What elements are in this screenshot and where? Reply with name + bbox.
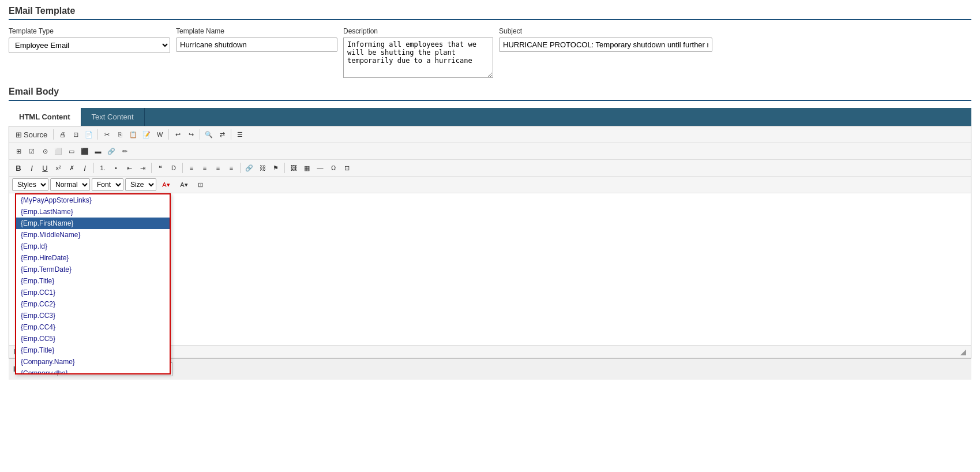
checkbox-btn[interactable]: ☑ [25, 145, 38, 158]
create-div-btn[interactable]: D [167, 162, 180, 174]
undo-btn[interactable]: ↩ [171, 128, 184, 141]
anchor-btn[interactable]: ⚑ [269, 162, 282, 174]
field-dropdown-overlay: {MyPayAppStoreLinks}{Emp.LastName}{Emp.F… [15, 193, 171, 374]
tab-html-content[interactable]: HTML Content [9, 108, 81, 126]
align-justify-btn[interactable]: ≡ [225, 162, 238, 174]
template-name-label: Template Name [176, 27, 337, 35]
subject-group: Subject [499, 27, 712, 52]
tabs-bar: HTML Content Text Content [9, 108, 971, 126]
email-body-section: Email Body HTML Content Text Content ⊞ S… [9, 87, 971, 380]
align-left-btn[interactable]: ≡ [185, 162, 198, 174]
field-dropdown-item[interactable]: {Company.Name} [16, 356, 170, 368]
hidden-field-btn[interactable]: ▬ [92, 145, 104, 158]
toolbar-row-3: B I U x² ✗ I 1. • ⇤ ⇥ ❝ D ≡ ≡ ≡ ≡ 🔗 [9, 160, 971, 177]
image-btn[interactable]: 🖼 [287, 162, 300, 174]
copy-btn[interactable]: ⎘ [114, 128, 126, 141]
ordered-list-btn[interactable]: 1. [96, 162, 109, 174]
insert-table-btn[interactable]: ⊞ [12, 145, 25, 158]
description-group: Description Informing all employees that… [343, 27, 493, 78]
format-bar: Styles Normal Font Size A▾ A▾ ⊡ [9, 177, 971, 193]
table2-btn[interactable]: ▦ [301, 162, 313, 174]
field-dropdown-item[interactable]: {Emp.MiddleName} [16, 229, 170, 241]
bg-color-btn[interactable]: A▾ [176, 178, 192, 191]
template-type-group: Template Type Employee Email [9, 27, 170, 53]
sep-1 [53, 129, 54, 140]
more-btn[interactable]: ⊡ [194, 178, 206, 191]
special-char-btn[interactable]: Ω [327, 162, 340, 174]
paste-word-btn[interactable]: W [153, 128, 166, 141]
bold-button[interactable]: B [12, 162, 25, 174]
select-btn[interactable]: ⬛ [78, 145, 91, 158]
pencil-btn[interactable]: ✏ [118, 145, 131, 158]
cut-btn[interactable]: ✂ [100, 128, 113, 141]
paste-btn[interactable]: 📋 [127, 128, 140, 141]
superscript-btn[interactable]: x² [52, 162, 65, 174]
input-field-btn[interactable]: ⬜ [52, 145, 65, 158]
horiz-rule-btn[interactable]: — [314, 162, 326, 174]
resize-handle[interactable]: ◢ [960, 347, 966, 356]
field-dropdown-item[interactable]: {Company.dba} [16, 368, 170, 373]
radio-btn[interactable]: ⊙ [39, 145, 51, 158]
field-dropdown-item[interactable]: {Emp.Title} [16, 275, 170, 287]
underline-button[interactable]: U [39, 162, 51, 174]
preview-btn[interactable]: ⊡ [69, 128, 82, 141]
description-label: Description [343, 27, 493, 35]
field-dropdown-item[interactable]: {Emp.LastName} [16, 206, 170, 218]
unordered-list-btn[interactable]: • [110, 162, 122, 174]
link-btn[interactable]: 🔗 [105, 145, 118, 158]
unlink-btn[interactable]: ⛓ [256, 162, 269, 174]
sep-7 [151, 163, 152, 173]
field-dropdown-item[interactable]: {Emp.CC2} [16, 298, 170, 310]
styles-select[interactable]: Styles [12, 178, 48, 191]
find-btn[interactable]: 🔍 [202, 128, 215, 141]
indent-btn[interactable]: ⇥ [136, 162, 149, 174]
align-center-btn[interactable]: ≡ [198, 162, 211, 174]
subject-input[interactable] [499, 38, 712, 52]
template-type-label: Template Type [9, 27, 170, 35]
sep-9 [240, 163, 241, 173]
template-name-input[interactable] [176, 38, 337, 52]
toolbar-row-1: ⊞ Source 🖨 ⊡ 📄 ✂ ⎘ 📋 📝 W ↩ ↪ 🔍 ⇄ [9, 126, 971, 143]
outdent-btn[interactable]: ⇤ [123, 162, 136, 174]
source-button[interactable]: ⊞ Source [12, 129, 51, 141]
description-textarea[interactable]: Informing all employees that we will be … [343, 38, 493, 78]
iframe-btn[interactable]: ⊡ [340, 162, 353, 174]
field-dropdown-item[interactable]: {MyPayAppStoreLinks} [16, 194, 170, 206]
field-dropdown-item[interactable]: {Emp.HireDate} [16, 252, 170, 264]
form-row: Template Type Employee Email Template Na… [9, 27, 971, 78]
templates-btn[interactable]: 📄 [82, 128, 95, 141]
field-dropdown-item[interactable]: {Emp.CC3} [16, 310, 170, 321]
redo-btn[interactable]: ↪ [185, 128, 197, 141]
field-dropdown-item[interactable]: {Emp.CC5} [16, 333, 170, 344]
align-right-btn[interactable]: ≡ [212, 162, 224, 174]
template-type-select[interactable]: Employee Email [9, 38, 170, 53]
tab-text-content[interactable]: Text Content [81, 108, 145, 126]
sep-10 [284, 163, 285, 173]
editor-body[interactable]: {MyPayAppStoreLinks}{Emp.LastName}{Emp.F… [9, 193, 971, 345]
field-dropdown-item[interactable]: {Emp.FirstName} [16, 218, 170, 229]
normal-select[interactable]: Normal [50, 178, 90, 191]
textarea-btn[interactable]: ▭ [65, 145, 78, 158]
field-dropdown-item[interactable]: {Emp.Id} [16, 241, 170, 252]
blockquote-btn[interactable]: ❝ [154, 162, 167, 174]
size-select[interactable]: Size [125, 178, 156, 191]
paste-text-btn[interactable]: 📝 [140, 128, 153, 141]
field-dropdown-item[interactable]: {Emp.CC1} [16, 287, 170, 298]
font-select[interactable]: Font [92, 178, 123, 191]
page-title: EMail Template [9, 6, 971, 20]
italic2-btn[interactable]: I [78, 162, 91, 174]
field-dropdown-item[interactable]: {Emp.TermDate} [16, 264, 170, 275]
print-btn[interactable]: 🖨 [56, 128, 69, 141]
select-all-btn[interactable]: ☰ [234, 128, 246, 141]
italic-button[interactable]: I [25, 162, 38, 174]
toolbar-row-2: ⊞ ☑ ⊙ ⬜ ▭ ⬛ ▬ 🔗 ✏ [9, 143, 971, 160]
font-color-btn[interactable]: A▾ [158, 178, 174, 191]
replace-btn[interactable]: ⇄ [216, 128, 228, 141]
field-dropdown-item[interactable]: {Emp.CC4} [16, 321, 170, 333]
strikethrough-btn[interactable]: ✗ [65, 162, 78, 174]
link2-btn[interactable]: 🔗 [243, 162, 256, 174]
sep-8 [182, 163, 183, 173]
template-name-group: Template Name [176, 27, 337, 52]
sep-5 [231, 129, 231, 140]
field-dropdown-item[interactable]: {Emp.Title} [16, 344, 170, 356]
